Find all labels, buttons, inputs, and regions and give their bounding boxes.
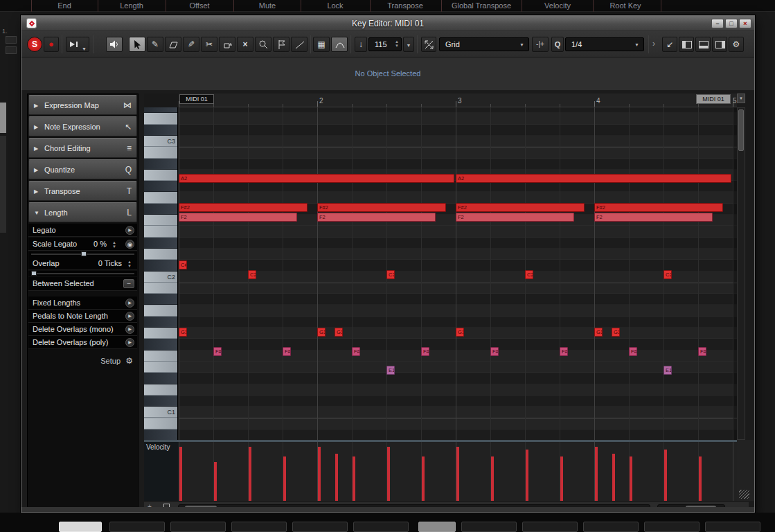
piano-key-white[interactable]	[144, 418, 178, 429]
note-grid[interactable]: A2A2F#2F#2F#2F#2F2F2F2F2C#2C2C2C2C2G1G1G…	[179, 107, 737, 440]
velocity-bar[interactable]	[335, 454, 338, 501]
section-length[interactable]: ▼ Length L	[28, 202, 137, 222]
section-transpose[interactable]: ▶ Transpose T	[28, 181, 137, 201]
midi-note[interactable]: G1	[456, 328, 464, 337]
velocity-bar[interactable]	[214, 462, 217, 501]
layout-bottom-zone-button[interactable]	[695, 37, 711, 52]
velocity-bar[interactable]	[630, 456, 632, 501]
window-layout-button[interactable]	[712, 37, 727, 52]
piano-key-white[interactable]	[144, 226, 178, 237]
piano-key-white[interactable]: C2	[144, 272, 178, 283]
piano-key-white[interactable]	[144, 170, 178, 181]
autoscroll-button[interactable]: ▼	[66, 37, 89, 52]
velocity-bar[interactable]	[422, 456, 425, 501]
piano-key-black[interactable]	[144, 317, 178, 328]
midi-note[interactable]: C2	[663, 270, 672, 279]
midi-note[interactable]: F#2	[179, 203, 308, 212]
legato-apply-button[interactable]: ▶	[125, 226, 134, 235]
part-end-label[interactable]: MIDI 01	[696, 94, 731, 104]
piano-key-black[interactable]	[144, 396, 178, 407]
midi-note[interactable]: F2	[179, 213, 297, 222]
insert-velocity-icon-button[interactable]: ↓	[355, 37, 367, 52]
record-feedback-button[interactable]: ●	[44, 37, 59, 52]
close-button[interactable]: ×	[739, 19, 751, 28]
piano-key-black[interactable]	[144, 107, 178, 113]
event-colors-button[interactable]: ▦	[313, 37, 330, 52]
quantize-preset-select[interactable]: 1/4 ▼	[565, 37, 644, 51]
midi-note[interactable]: G1	[335, 328, 343, 337]
glue-tool[interactable]	[219, 37, 235, 52]
draw-tool[interactable]: ✎	[147, 37, 163, 52]
piano-key-black[interactable]	[144, 238, 178, 249]
midi-note[interactable]: F#1	[560, 347, 568, 356]
midi-note[interactable]: C2	[525, 270, 533, 279]
vertical-scrollbar-thumb[interactable]	[738, 109, 744, 151]
scroll-down-button[interactable]: ▼	[737, 94, 745, 103]
midi-note[interactable]: F#1	[421, 347, 429, 356]
vertical-scrollbar[interactable]	[737, 107, 745, 440]
part-start-label[interactable]: MIDI 01	[179, 94, 214, 104]
midi-note[interactable]: F#2	[456, 203, 585, 212]
midi-note[interactable]: C2	[386, 270, 395, 279]
midi-note[interactable]: F#1	[213, 347, 222, 356]
overlap-slider[interactable]	[28, 271, 137, 276]
midi-note[interactable]: G1	[612, 328, 620, 337]
piano-key-white[interactable]	[144, 193, 178, 204]
velocity-bar[interactable]	[318, 447, 321, 501]
curve-button[interactable]	[331, 37, 348, 52]
minimize-button[interactable]: –	[711, 19, 724, 28]
velocity-lane[interactable]	[179, 442, 737, 501]
piano-key-white[interactable]	[144, 249, 178, 260]
maximize-button[interactable]: □	[725, 19, 738, 28]
solo-button[interactable]: S	[27, 37, 42, 52]
velocity-bar[interactable]	[179, 447, 182, 501]
section-note-expression[interactable]: ▶ Note Expression ↖	[28, 116, 137, 136]
velocity-bar[interactable]	[526, 450, 528, 501]
section-expression-map[interactable]: ▶ Expression Map ⋈	[28, 95, 137, 115]
midi-note[interactable]: G1	[594, 328, 603, 337]
velocity-bar[interactable]	[353, 456, 355, 501]
snap-type-button[interactable]	[421, 37, 436, 52]
spinner-icon[interactable]: ▲▼	[112, 240, 116, 249]
velocity-bar[interactable]	[249, 447, 251, 501]
piano-key-black[interactable]	[144, 429, 178, 440]
midi-note[interactable]: A2	[179, 174, 454, 183]
piano-key-white[interactable]: C3	[144, 136, 178, 147]
piano-key-black[interactable]	[144, 373, 178, 384]
midi-note[interactable]: F#1	[629, 347, 637, 356]
resize-grip[interactable]	[739, 490, 749, 499]
piano-key-white[interactable]	[144, 384, 178, 396]
object-selection-tool[interactable]	[129, 37, 145, 52]
setup-row[interactable]: Setup ⚙	[28, 355, 137, 369]
midi-note[interactable]: F2	[456, 213, 574, 222]
zoom-tool[interactable]	[255, 37, 271, 52]
piano-key-white[interactable]: C1	[144, 407, 178, 418]
fixed-lengths-apply-button[interactable]: ▶	[125, 299, 134, 308]
piano-key-white[interactable]	[144, 328, 178, 339]
velocity-dropdown-button[interactable]: ▼	[403, 37, 414, 52]
midi-note[interactable]: F#2	[317, 203, 446, 212]
piano-key-black[interactable]	[144, 125, 178, 136]
delete-overlaps-mono-apply-button[interactable]: ▶	[125, 325, 134, 334]
piano-key-white[interactable]	[144, 113, 178, 124]
piano-key-black[interactable]	[144, 204, 178, 215]
piano-key-white[interactable]	[144, 283, 178, 294]
overlap-value[interactable]: 0 Ticks	[98, 259, 122, 267]
piano-key-white[interactable]	[144, 215, 178, 226]
midi-note[interactable]: F2	[317, 213, 436, 222]
delete-overlaps-poly-apply-button[interactable]: ▶	[125, 338, 134, 347]
piano-key-white[interactable]	[144, 362, 178, 373]
piano-key-black[interactable]	[144, 294, 178, 305]
piano-key-black[interactable]	[144, 260, 178, 271]
velocity-bar[interactable]	[491, 456, 494, 501]
section-chord-editing[interactable]: ▶ Chord Editing ≡	[28, 138, 137, 158]
spinner-icon[interactable]: ▲▼	[395, 39, 399, 48]
velocity-bar[interactable]	[699, 456, 702, 501]
piano-key-black[interactable]	[144, 181, 178, 192]
between-selected-dropdown[interactable]: –	[123, 279, 134, 288]
midi-note[interactable]: F#1	[698, 347, 706, 356]
scale-legato-dial-icon[interactable]: ◉	[125, 240, 134, 249]
piano-key-white[interactable]	[144, 305, 178, 317]
piano-key-black[interactable]	[144, 159, 178, 170]
titlebar[interactable]: Key Editor: MIDI 01 – □ ×	[21, 16, 754, 31]
